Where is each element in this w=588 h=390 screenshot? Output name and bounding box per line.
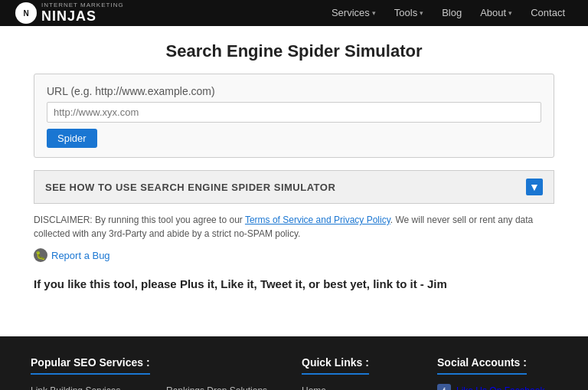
chevron-down-icon: ▾ bbox=[420, 0, 423, 26]
quick-links-list: Home About Ninjas Ninja Leadership Team … bbox=[302, 384, 422, 390]
logo-text: NINJAS bbox=[41, 8, 96, 24]
popular-seo-list-2: Rankings Drop Solutions Conversion Optim… bbox=[166, 384, 286, 390]
disclaimer-text: DISCLAIMER: By running this tool you agr… bbox=[34, 213, 554, 241]
footer: Popular SEO Services : Link Building Ser… bbox=[0, 336, 588, 390]
tos-link[interactable]: Terms of Service and Privacy Policy bbox=[245, 215, 390, 225]
navbar: N Internet Marketing NINJAS Services ▾ T… bbox=[0, 0, 588, 26]
how-to-banner[interactable]: SEE HOW TO USE SEARCH ENGINE SPIDER SIMU… bbox=[34, 170, 554, 204]
url-label: URL (e.g. http://www.example.com) bbox=[47, 85, 541, 97]
footer-popular-seo-col1: Popular SEO Services : Link Building Ser… bbox=[31, 356, 151, 390]
popular-seo-header: Popular SEO Services : bbox=[31, 356, 150, 375]
list-item: Rankings Drop Solutions bbox=[166, 384, 286, 390]
nav-contact[interactable]: Contact bbox=[523, 0, 573, 26]
report-bug-link[interactable]: 🐛 Report a Bug bbox=[34, 248, 554, 262]
social-list: f Like Us On Facebook t Follow Us On Twi… bbox=[437, 384, 557, 390]
logo-subtitle: Internet Marketing bbox=[41, 2, 124, 8]
spider-button[interactable]: Spider bbox=[47, 129, 97, 148]
nav-blog[interactable]: Blog bbox=[434, 0, 469, 26]
promo-text: If you like this tool, please Plus it, L… bbox=[34, 277, 554, 290]
page-title: Search Engine Spider Simulator bbox=[34, 41, 554, 61]
footer-social-accounts: Social Accounts : f Like Us On Facebook … bbox=[437, 356, 557, 390]
main-content: Search Engine Spider Simulator URL (e.g.… bbox=[3, 26, 585, 336]
footer-popular-seo-col2: . Rankings Drop Solutions Conversion Opt… bbox=[166, 356, 286, 390]
url-input[interactable] bbox=[47, 102, 541, 123]
footer-columns: Popular SEO Services : Link Building Ser… bbox=[31, 356, 557, 390]
url-box: URL (e.g. http://www.example.com) Spider bbox=[34, 74, 554, 158]
facebook-icon: f bbox=[437, 384, 451, 390]
footer-quick-links: Quick Links : Home About Ninjas Ninja Le… bbox=[302, 356, 422, 390]
popular-seo-list-1: Link Building Services Linkable Asset Cr… bbox=[31, 384, 151, 390]
quick-links-header: Quick Links : bbox=[302, 356, 369, 375]
expand-icon: ▼ bbox=[526, 179, 543, 195]
nav-services[interactable]: Services ▾ bbox=[324, 0, 384, 26]
spacer-header: . bbox=[166, 356, 169, 375]
site-logo[interactable]: N Internet Marketing NINJAS bbox=[15, 2, 124, 25]
list-item: f Like Us On Facebook bbox=[437, 384, 557, 390]
nav-tools[interactable]: Tools ▾ bbox=[387, 0, 431, 26]
logo-circle: N bbox=[15, 2, 37, 24]
nav-links: Services ▾ Tools ▾ Blog About ▾ Contact bbox=[324, 0, 573, 26]
chevron-down-icon: ▾ bbox=[372, 0, 376, 26]
list-item: Link Building Services bbox=[31, 384, 151, 390]
chevron-down-icon: ▾ bbox=[508, 0, 512, 26]
social-accounts-header: Social Accounts : bbox=[437, 356, 527, 375]
how-to-label: SEE HOW TO USE SEARCH ENGINE SPIDER SIMU… bbox=[45, 182, 335, 193]
bug-icon: 🐛 bbox=[34, 248, 47, 262]
nav-about[interactable]: About ▾ bbox=[472, 0, 520, 26]
list-item: Home bbox=[302, 384, 422, 390]
